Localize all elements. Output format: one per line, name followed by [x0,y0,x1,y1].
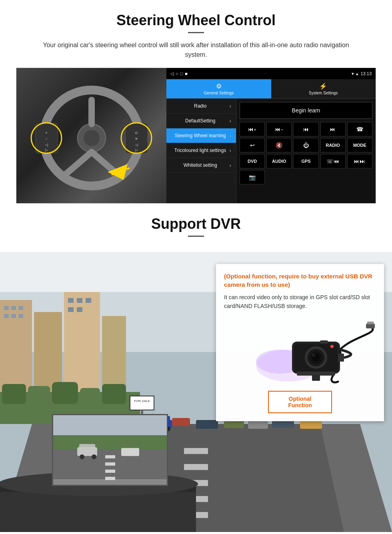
ctrl-power[interactable]: ⏻ [293,138,318,152]
svg-rect-37 [77,307,82,312]
dvr-card-title: (Optional function, require to buy exter… [224,272,376,289]
preview-svg [53,415,167,485]
steering-section: Steering Wheel Control Your original car… [0,0,392,204]
menu-item-defaultsetting[interactable]: DefaultSetting › [166,114,236,128]
svg-point-96 [330,345,334,348]
system-icon: ⚡ [273,82,374,90]
svg-text:▷: ▷ [135,148,138,152]
wifi-icon: ▴ [356,71,358,76]
android-panel: ◁ ○ □ ■ ▾ ▴ 13:13 ⚙ General Settings [166,68,376,203]
nav-menu: Radio › DefaultSetting › Steering Wheel … [166,99,236,203]
ctrl-mute[interactable]: 🔇 [266,138,292,152]
svg-rect-87 [371,322,373,323]
statusbar-left-icons: ◁ ○ □ ■ [170,71,188,76]
ctrl-ff[interactable]: ⏭⏭ [347,154,372,168]
svg-text:FOR SALE: FOR SALE [134,399,150,403]
dvr-title: Support DVR [0,216,392,232]
signal-icon: ▾ [352,71,354,76]
svg-rect-29 [18,306,23,310]
svg-rect-46 [184,448,208,454]
settings-tabs: ⚙ General Settings ⚡ System Settings [166,79,376,99]
svg-rect-42 [80,388,100,406]
svg-rect-32 [18,314,23,318]
svg-rect-95 [320,340,328,344]
svg-text:⊙: ⊙ [135,131,138,135]
svg-rect-54 [196,420,218,429]
tab-system[interactable]: ⚡ System Settings [271,79,376,98]
svg-rect-72 [53,435,167,449]
svg-rect-81 [121,448,139,456]
steering-photo-bg: + − ◁ ▷ ⊙ ✕ ◁ ▷ [16,68,166,204]
ctrl-gps[interactable]: GPS [293,154,318,168]
ctrl-next[interactable]: ⏭ [320,122,346,136]
svg-rect-52 [172,418,190,426]
menu-item-whitelist[interactable]: Whitelist setting › [166,158,236,173]
svg-rect-63 [130,396,154,410]
ctrl-vol-down[interactable]: ⏮− [266,122,292,136]
menu-item-steering-learning[interactable]: Steering Wheel learning › [166,128,236,143]
camera-device-svg [224,318,376,384]
control-row-4: 📷 [240,170,372,184]
dvr-camera-image [224,317,376,385]
ctrl-vol-up[interactable]: ⏮+ [240,122,265,136]
dvr-title-area: Support DVR [0,204,392,252]
svg-rect-30 [4,314,9,318]
menu-items-list: Radio › DefaultSetting › Steering Wheel … [166,99,236,173]
title-divider [188,32,204,33]
clock: 13:13 [360,71,372,76]
ctrl-mode[interactable]: MODE [347,138,372,152]
ctrl-back[interactable]: ↩ [240,138,265,152]
statusbar-right-icons: ▾ ▴ 13:13 [352,71,372,76]
control-row-3: DVD AUDIO GPS ☏⏮ ⏭⏭ [240,154,372,168]
dvr-section: Support DVR [0,204,392,532]
menu-icon[interactable]: ■ [185,71,188,76]
dvr-info-card: (Optional function, require to buy exter… [216,264,384,421]
gear-icon: ⚙ [168,82,270,90]
svg-rect-40 [28,386,50,404]
svg-text:+: + [45,131,47,135]
chevron-icon: › [229,147,231,154]
ctrl-call[interactable]: ☎ [347,122,372,136]
tab-general[interactable]: ⚙ General Settings [166,79,271,98]
optional-function-button[interactable]: Optional Function [268,391,332,413]
svg-point-2 [84,130,100,146]
control-row-1: ⏮+ ⏮− ⏮ ⏭ ☎ [240,122,372,136]
steering-subtitle: Your original car's steering wheel contr… [36,40,356,60]
control-row-2: ↩ 🔇 ⏻ RADIO MODE [240,138,372,152]
begin-learn-button[interactable]: Begin learn [240,102,372,119]
dvr-title-divider [188,236,204,237]
svg-rect-43 [102,384,126,404]
menu-item-tricoloured[interactable]: Tricoloured light settings › [166,143,236,158]
ctrl-audio[interactable]: AUDIO [266,154,292,168]
svg-rect-86 [369,322,370,323]
svg-line-4 [64,152,92,176]
svg-point-94 [312,354,315,357]
svg-text:▷: ▷ [45,148,48,152]
steering-photo: + − ◁ ▷ ⊙ ✕ ◁ ▷ [16,68,166,204]
back-icon[interactable]: ◁ [170,71,174,76]
chevron-icon: › [229,103,231,109]
chevron-icon: › [229,162,231,168]
svg-rect-47 [184,464,208,470]
recents-icon[interactable]: □ [180,71,183,76]
menu-item-radio[interactable]: Radio › [166,99,236,114]
ctrl-dvd[interactable]: DVD [240,154,265,168]
ctrl-prev[interactable]: ⏮ [293,122,318,136]
steering-title: Steering Wheel Control [16,12,376,29]
ctrl-radio[interactable]: RADIO [320,138,346,152]
svg-rect-73 [105,455,115,458]
svg-rect-36 [68,307,74,312]
chevron-icon: › [229,118,231,124]
ctrl-call-prev[interactable]: ☏⏮ [320,154,346,168]
svg-rect-31 [11,314,16,318]
svg-rect-35 [86,298,91,303]
status-bar: ◁ ○ □ ■ ▾ ▴ 13:13 [166,68,376,79]
svg-rect-58 [300,420,322,429]
svg-rect-33 [68,298,74,303]
home-icon[interactable]: ○ [176,71,178,76]
svg-rect-39 [2,384,26,404]
ctrl-camera[interactable]: 📷 [240,170,265,184]
svg-rect-27 [4,306,9,310]
svg-text:◁: ◁ [45,143,48,147]
svg-rect-74 [105,462,115,466]
